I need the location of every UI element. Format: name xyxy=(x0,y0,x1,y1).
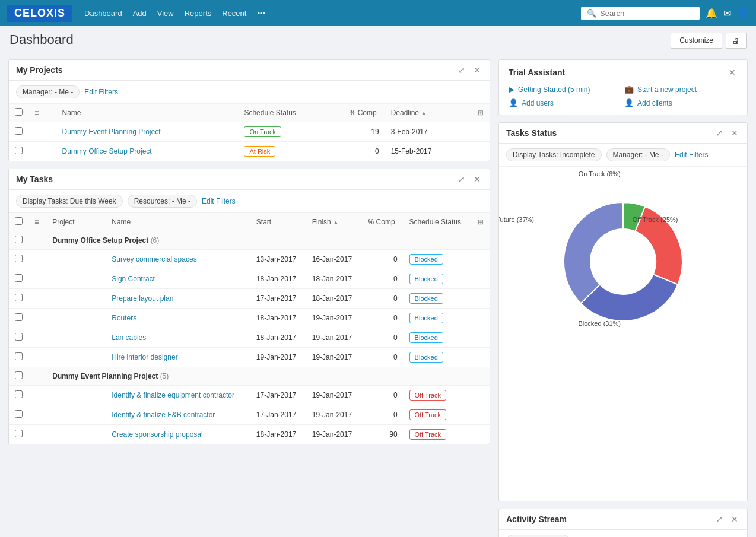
trial-link-label: Add users xyxy=(522,99,554,107)
project-checkbox[interactable] xyxy=(15,147,23,154)
nav-reports[interactable]: Reports xyxy=(185,9,212,18)
nav-view[interactable]: View xyxy=(157,9,174,18)
tasks-status-manager-filter[interactable]: Manager: - Me - xyxy=(606,148,670,161)
trial-link-item[interactable]: ▶Getting Started (5 min) xyxy=(509,85,622,94)
task-status-badge: Blocked xyxy=(409,274,443,284)
nav-recent[interactable]: Recent xyxy=(222,9,246,18)
project-name-link[interactable]: Dummy Office Setup Project xyxy=(62,147,151,155)
task-finish: 19-Jan-2017 xyxy=(306,328,362,348)
task-start: 18-Jan-2017 xyxy=(250,269,306,289)
search-input[interactable] xyxy=(600,9,694,18)
my-projects-edit-filters[interactable]: Edit Filters xyxy=(84,88,118,96)
trial-link-icon: 👤 xyxy=(624,98,634,107)
trial-link-item[interactable]: 👤Add clients xyxy=(624,98,738,107)
my-tasks-edit-filters[interactable]: Edit Filters xyxy=(202,197,236,205)
trial-assistant-links: ▶Getting Started (5 min)💼Start a new pro… xyxy=(509,85,738,107)
project-checkbox[interactable] xyxy=(15,127,23,135)
tasks-select-all[interactable] xyxy=(15,217,23,225)
projects-col-menu[interactable]: ≡ xyxy=(34,108,39,117)
tasks-status-edit-filters[interactable]: Edit Filters xyxy=(675,151,709,159)
task-status-badge: Off Track xyxy=(409,409,446,420)
task-name-link[interactable]: Prepare layout plan xyxy=(112,294,173,303)
task-checkbox[interactable] xyxy=(15,255,23,262)
notification-icon[interactable]: 🔔 xyxy=(706,8,717,19)
tasks-status-close-btn[interactable]: ✕ xyxy=(729,128,740,138)
user-icon[interactable]: 👤 xyxy=(737,8,749,19)
trial-link-icon: 👤 xyxy=(509,98,518,107)
task-name-link[interactable]: Lan cables xyxy=(112,333,146,342)
projects-select-all[interactable] xyxy=(15,108,23,116)
tasks-status-controls: ⤢ ✕ xyxy=(714,128,740,138)
task-name-link[interactable]: Identify & finalize equipment contractor xyxy=(112,391,234,399)
my-tasks-expand-btn[interactable]: ⤢ xyxy=(456,174,467,185)
task-status-badge: Off Track xyxy=(409,390,446,401)
trial-link-item[interactable]: 💼Start a new project xyxy=(624,85,738,94)
tasks-status-title: Tasks Status xyxy=(506,128,557,138)
my-tasks-resources-filter[interactable]: Resources: - Me - xyxy=(128,195,197,208)
nav-dashboard[interactable]: Dashboard xyxy=(84,9,122,18)
tasks-col-menu[interactable]: ≡ xyxy=(34,217,39,227)
nav-more[interactable]: ••• xyxy=(257,9,265,18)
tasks-status-chart: On Track (6%)Off Track (25%)Blocked (31%… xyxy=(499,167,747,357)
my-projects-manager-filter[interactable]: Manager: - Me - xyxy=(16,85,80,98)
task-checkbox[interactable] xyxy=(15,352,23,360)
task-comp: 0 xyxy=(362,386,404,405)
my-tasks-display-filter[interactable]: Display Tasks: Due this Week xyxy=(16,195,123,208)
project-name-link[interactable]: Dummy Event Planning Project xyxy=(62,128,160,136)
tasks-status-widget: Tasks Status ⤢ ✕ Display Tasks: Incomple… xyxy=(498,122,748,501)
task-start: 13-Jan-2017 xyxy=(250,250,306,269)
task-project xyxy=(46,269,106,289)
task-name-link[interactable]: Create sponsorship proposal xyxy=(112,430,202,439)
task-checkbox[interactable] xyxy=(15,294,23,301)
task-status-badge: Blocked xyxy=(409,352,443,363)
task-status-badge: Off Track xyxy=(409,429,446,440)
my-projects-expand-btn[interactable]: ⤢ xyxy=(456,65,467,75)
task-project xyxy=(46,309,106,328)
trial-link-item[interactable]: 👤Add users xyxy=(509,98,622,107)
task-name-link[interactable]: Sign Contract xyxy=(112,275,155,283)
task-name-link[interactable]: Identify & finalize F&B contractor xyxy=(112,411,215,419)
topnav-right: 🔍 🔔 ✉ 👤 xyxy=(581,7,749,20)
email-icon[interactable]: ✉ xyxy=(723,8,731,19)
tasks-status-expand-btn[interactable]: ⤢ xyxy=(714,128,725,138)
table-row: Create sponsorship proposal 18-Jan-2017 … xyxy=(9,425,490,444)
task-finish: 19-Jan-2017 xyxy=(306,348,362,367)
task-project xyxy=(46,386,106,405)
customize-button[interactable]: Customize xyxy=(671,33,722,49)
projects-col-deadline: Deadline ▲ xyxy=(385,104,472,122)
task-finish: 18-Jan-2017 xyxy=(306,269,362,289)
task-finish: 19-Jan-2017 xyxy=(306,425,362,444)
task-checkbox[interactable] xyxy=(15,410,23,418)
projects-settings-icon[interactable]: ⊞ xyxy=(478,109,484,117)
activity-stream-expand-btn[interactable]: ⤢ xyxy=(714,514,725,525)
task-checkbox[interactable] xyxy=(15,313,23,321)
task-status-badge: Blocked xyxy=(409,313,443,323)
trial-assistant-close-btn[interactable]: ✕ xyxy=(727,67,738,78)
table-row: Sign Contract 18-Jan-2017 18-Jan-2017 0 … xyxy=(9,269,490,289)
my-projects-close-btn[interactable]: ✕ xyxy=(472,65,482,75)
task-checkbox[interactable] xyxy=(15,333,23,341)
tasks-status-display-filter[interactable]: Display Tasks: Incomplete xyxy=(506,148,602,161)
task-name-link[interactable]: Survey commercial spaces xyxy=(112,255,196,263)
activity-stream-close-btn[interactable]: ✕ xyxy=(729,514,740,525)
activity-stream-header: Activity Stream ⤢ ✕ xyxy=(499,509,747,530)
group-checkbox[interactable] xyxy=(15,236,23,243)
tasks-status-header: Tasks Status ⤢ ✕ xyxy=(499,123,747,144)
task-checkbox[interactable] xyxy=(15,390,23,398)
task-name-link[interactable]: Routers xyxy=(112,314,136,322)
task-status-badge: Blocked xyxy=(409,254,443,265)
activity-stream-action-filter[interactable]: Action: Updated xyxy=(506,535,570,537)
tasks-settings-icon[interactable]: ⊞ xyxy=(478,218,484,226)
task-project xyxy=(46,348,106,367)
group-checkbox[interactable] xyxy=(15,371,23,379)
table-row: Dummy Event Planning Project On Track 19… xyxy=(9,122,490,142)
task-checkbox[interactable] xyxy=(15,430,23,437)
task-name-link[interactable]: Hire interior designer xyxy=(112,353,177,361)
main-content: My Projects ⤢ ✕ Manager: - Me - Edit Fil… xyxy=(0,51,756,537)
my-tasks-close-btn[interactable]: ✕ xyxy=(472,174,482,185)
task-start: 18-Jan-2017 xyxy=(250,309,306,328)
group-name: Dummy Event Planning Project (5) xyxy=(46,367,490,386)
nav-add[interactable]: Add xyxy=(133,9,147,18)
task-checkbox[interactable] xyxy=(15,274,23,282)
print-button[interactable]: 🖨 xyxy=(726,33,747,49)
